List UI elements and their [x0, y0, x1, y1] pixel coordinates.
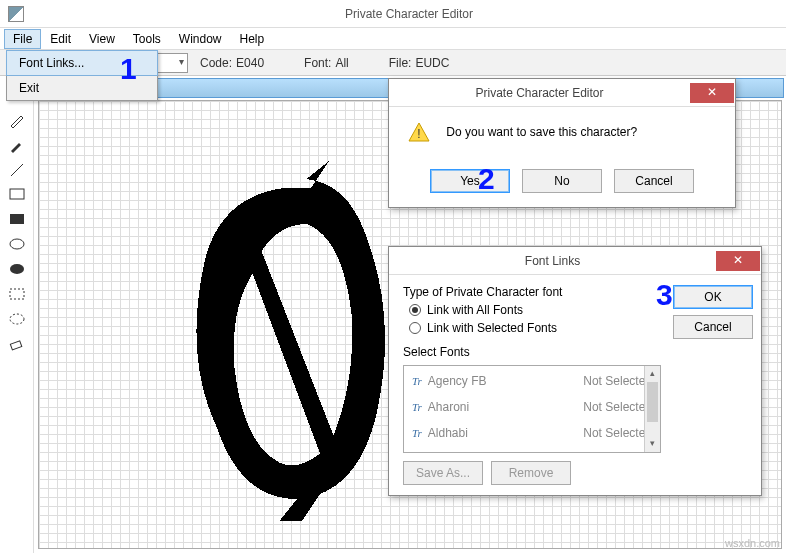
select-free-tool-icon[interactable]: [6, 309, 28, 331]
svg-rect-1: [10, 189, 24, 199]
app-title: Private Character Editor: [32, 7, 786, 21]
radio-icon: [409, 322, 421, 334]
file-value: EUDC: [415, 56, 449, 70]
no-button[interactable]: No: [522, 169, 602, 193]
font-type-label: Type of Private Character font: [403, 285, 661, 299]
menu-tools[interactable]: Tools: [124, 29, 170, 49]
menu-window[interactable]: Window: [170, 29, 231, 49]
font-links-titlebar: Font Links ✕: [389, 247, 761, 275]
line-tool-icon[interactable]: [6, 159, 28, 181]
svg-point-6: [10, 314, 24, 324]
font-status: Not Selected: [583, 400, 652, 414]
annotation-3: 3: [656, 278, 673, 312]
ellipse-fill-tool-icon[interactable]: [6, 259, 28, 281]
font-status: Not Selected: [583, 426, 652, 440]
save-dialog-body: ! Do you want to save this character?: [389, 107, 735, 159]
truetype-icon: Tr: [412, 375, 422, 387]
select-fonts-label: Select Fonts: [403, 345, 661, 359]
cancel-button[interactable]: Cancel: [614, 169, 694, 193]
font-list-scrollbar[interactable]: ▴ ▾: [644, 366, 660, 452]
font-row[interactable]: Tr Agency FB Not Selected: [404, 368, 660, 394]
truetype-icon: Tr: [412, 427, 422, 439]
font-name: Agency FB: [428, 374, 583, 388]
save-dialog-message: Do you want to save this character?: [446, 125, 637, 139]
svg-rect-5: [10, 289, 24, 299]
radio-link-all[interactable]: Link with All Fonts: [409, 303, 661, 317]
menu-view[interactable]: View: [80, 29, 124, 49]
save-dialog-titlebar: Private Character Editor ✕: [389, 79, 735, 107]
truetype-icon: Tr: [412, 401, 422, 413]
radio-icon: [409, 304, 421, 316]
code-label: Code:: [200, 56, 232, 70]
toolbox: [0, 76, 34, 553]
radio-link-all-label: Link with All Fonts: [427, 303, 523, 317]
font-name: Aldhabi: [428, 426, 583, 440]
scroll-up-icon[interactable]: ▴: [645, 366, 660, 382]
font-links-dialog: Font Links ✕ Type of Private Character f…: [388, 246, 762, 496]
app-icon: [8, 6, 24, 22]
character-glyph: [169, 161, 399, 521]
file-label: File:: [389, 56, 412, 70]
font-links-title: Font Links: [389, 254, 716, 268]
annotation-2: 2: [478, 162, 495, 196]
yes-button[interactable]: Yes: [430, 169, 510, 193]
svg-rect-2: [10, 214, 24, 224]
font-row[interactable]: Tr Aldhabi Not Selected: [404, 420, 660, 446]
pencil-tool-icon[interactable]: [6, 109, 28, 131]
ellipse-outline-tool-icon[interactable]: [6, 234, 28, 256]
menu-edit[interactable]: Edit: [41, 29, 80, 49]
font-value: All: [335, 56, 348, 70]
rect-outline-tool-icon[interactable]: [6, 184, 28, 206]
radio-link-selected-label: Link with Selected Fonts: [427, 321, 557, 335]
warning-icon: !: [407, 121, 431, 145]
main-titlebar: Private Character Editor: [0, 0, 786, 28]
font-label: Font:: [304, 56, 331, 70]
svg-rect-7: [10, 341, 21, 350]
menubar: File Edit View Tools Window Help: [0, 28, 786, 50]
save-dialog-title: Private Character Editor: [389, 86, 690, 100]
font-name: Aharoni: [428, 400, 583, 414]
brush-tool-icon[interactable]: [6, 134, 28, 156]
font-list[interactable]: Tr Agency FB Not Selected Tr Aharoni Not…: [403, 365, 661, 453]
remove-button[interactable]: Remove: [491, 461, 571, 485]
save-dialog-close-icon[interactable]: ✕: [690, 83, 734, 103]
annotation-1: 1: [120, 52, 137, 86]
save-dialog-buttons: Yes No Cancel: [389, 159, 735, 207]
svg-line-0: [11, 164, 23, 176]
svg-point-4: [10, 264, 24, 274]
watermark: wsxdn.com: [725, 537, 780, 549]
svg-text:!: !: [417, 127, 420, 141]
font-status: Not Selected: [583, 374, 652, 388]
ok-button[interactable]: OK: [673, 285, 753, 309]
select-rect-tool-icon[interactable]: [6, 284, 28, 306]
svg-point-3: [10, 239, 24, 249]
menu-file[interactable]: File: [4, 29, 41, 49]
save-dialog: Private Character Editor ✕ ! Do you want…: [388, 78, 736, 208]
font-links-close-icon[interactable]: ✕: [716, 251, 760, 271]
scroll-down-icon[interactable]: ▾: [645, 436, 660, 452]
menu-help[interactable]: Help: [231, 29, 274, 49]
scroll-thumb[interactable]: [647, 382, 658, 422]
rect-fill-tool-icon[interactable]: [6, 209, 28, 231]
fl-cancel-button[interactable]: Cancel: [673, 315, 753, 339]
save-as-button[interactable]: Save As...: [403, 461, 483, 485]
code-value: E040: [236, 56, 264, 70]
radio-link-selected[interactable]: Link with Selected Fonts: [409, 321, 661, 335]
font-row[interactable]: Tr Aharoni Not Selected: [404, 394, 660, 420]
eraser-tool-icon[interactable]: [6, 334, 28, 356]
